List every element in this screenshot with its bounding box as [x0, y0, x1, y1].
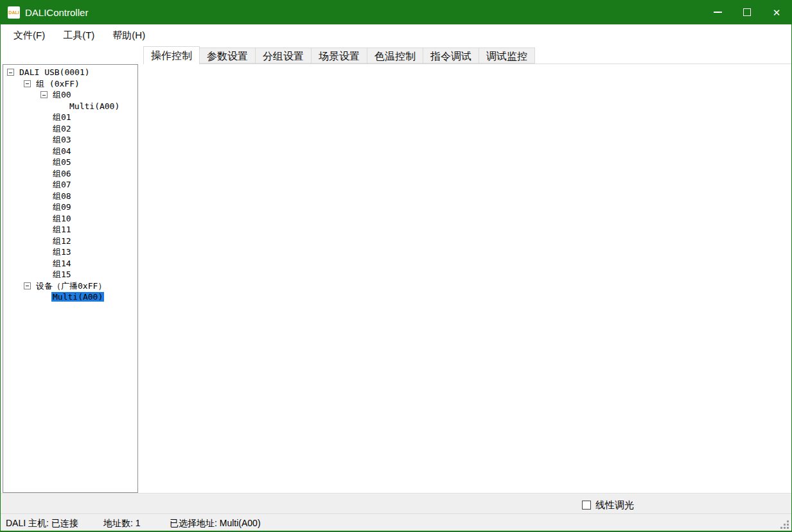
tree-collapse-icon[interactable] — [24, 80, 31, 87]
tree-item-label: Multi(A00) — [51, 292, 104, 302]
title-bar: DALI DALIController ✕ — [1, 0, 791, 24]
linear-dimming-label: 线性调光 — [595, 499, 634, 511]
app-title: DALIController — [25, 7, 88, 18]
tree-item-label: 组04 — [51, 146, 73, 156]
tree-item[interactable]: 组07 — [3, 179, 137, 191]
tree-item-label: 组12 — [51, 236, 73, 246]
tree-item[interactable]: DALI USB(0001) — [3, 67, 137, 78]
tree-item[interactable]: 组03 — [3, 134, 137, 146]
tree-item[interactable]: 组01 — [3, 112, 137, 123]
status-host: DALI 主机: 已连接 — [6, 518, 78, 529]
resize-grip[interactable] — [780, 520, 789, 529]
tree-item-label: 组14 — [51, 259, 73, 268]
tree-item-label: 组10 — [51, 214, 73, 223]
tree-item-label: 组06 — [51, 169, 73, 178]
footer-strip — [1, 493, 791, 513]
tree-item[interactable]: 组05 — [3, 157, 137, 168]
tree-item-label: 组05 — [51, 157, 73, 167]
tab-4[interactable]: 色温控制 — [367, 47, 423, 64]
tree-item[interactable]: 组09 — [3, 202, 137, 213]
tree-item-label: 组08 — [51, 191, 73, 201]
tab-2[interactable]: 分组设置 — [256, 47, 312, 64]
tree-item[interactable]: Multi(A00) — [3, 101, 137, 112]
close-button[interactable]: ✕ — [762, 0, 791, 24]
tree-item-label: DALI USB(0001) — [18, 67, 91, 77]
app-icon: DALI — [8, 6, 20, 19]
tab-1[interactable]: 参数设置 — [200, 47, 256, 64]
linear-dimming-checkbox[interactable] — [582, 501, 591, 510]
status-bar: DALI 主机: 已连接 地址数: 1 已选择地址: Multi(A00) — [1, 513, 791, 531]
tab-5[interactable]: 指令调试 — [423, 47, 479, 64]
tree-collapse-icon[interactable] — [7, 69, 14, 76]
tree-item-label: 组02 — [51, 124, 73, 133]
tree-item[interactable]: 组10 — [3, 213, 137, 225]
tree-collapse-icon[interactable] — [24, 282, 31, 289]
tree-item[interactable]: 组04 — [3, 146, 137, 157]
tree-item-label: 组11 — [51, 225, 73, 234]
tree-item[interactable]: 组11 — [3, 224, 137, 236]
tree-item[interactable]: Multi(A00) — [3, 291, 137, 303]
minimize-icon — [714, 12, 722, 13]
menu-tools[interactable]: 工具(T) — [54, 24, 103, 46]
maximize-button[interactable] — [732, 0, 762, 24]
close-icon: ✕ — [773, 8, 781, 17]
menu-help[interactable]: 帮助(H) — [103, 24, 154, 46]
app-window: DALI DALIController ✕ 文件(F) 工具(T) 帮助(H) … — [0, 0, 792, 532]
minimize-button[interactable] — [703, 0, 732, 24]
status-selected-address: 已选择地址: Multi(A00) — [170, 518, 261, 529]
tree-item[interactable]: 组06 — [3, 168, 137, 180]
maximize-icon — [743, 8, 751, 16]
tree-item[interactable]: 组00 — [3, 89, 137, 101]
tree-item-label: 组07 — [51, 180, 73, 189]
device-tree: DALI USB(0001)组 (0xFF)组00Multi(A00)组01组0… — [3, 64, 138, 493]
tab-3[interactable]: 场景设置 — [312, 47, 367, 64]
tab-0[interactable]: 操作控制 — [143, 46, 200, 64]
tree-item-label: 设备（广播0xFF） — [35, 281, 107, 291]
menu-file[interactable]: 文件(F) — [4, 24, 54, 46]
tab-bar: 操作控制参数设置分组设置场景设置色温控制指令调试调试监控 — [143, 46, 535, 64]
tree-item[interactable]: 组02 — [3, 123, 137, 135]
tree-item[interactable]: 组14 — [3, 258, 137, 270]
tree-item-label: Multi(A00) — [68, 101, 121, 111]
tree-item-label: 组09 — [51, 202, 73, 212]
menu-bar: 文件(F) 工具(T) 帮助(H) — [1, 24, 791, 46]
tree-item-label: 组 (0xFF) — [35, 79, 81, 89]
tree-item-label: 组13 — [51, 247, 73, 257]
status-address-count: 地址数: 1 — [103, 518, 141, 529]
tree-item-label: 组01 — [51, 112, 73, 122]
tab-page-operation-control — [143, 64, 792, 493]
tree-item[interactable]: 组12 — [3, 236, 137, 247]
tree-item[interactable]: 组15 — [3, 269, 137, 280]
tree-item-label: 组15 — [51, 270, 73, 279]
tree-item[interactable]: 组08 — [3, 191, 137, 202]
tree-item-label: 组03 — [51, 135, 73, 144]
tree-item-label: 组00 — [51, 90, 73, 99]
tree-item[interactable]: 组 (0xFF) — [3, 78, 137, 90]
tree-collapse-icon[interactable] — [40, 91, 48, 98]
tree-item[interactable]: 设备（广播0xFF） — [3, 280, 137, 292]
tree-item[interactable]: 组13 — [3, 246, 137, 258]
tab-6[interactable]: 调试监控 — [479, 47, 535, 64]
